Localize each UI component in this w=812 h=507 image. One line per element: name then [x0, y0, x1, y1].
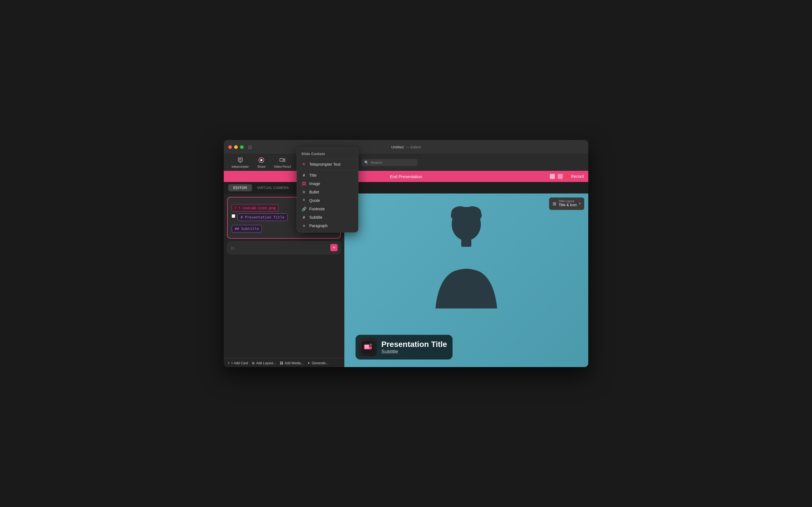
dropdown-footnote-label: Footnote [309, 207, 325, 211]
preview-area: Presentation Title Subtitle ⊞ Slide Layo… [344, 193, 588, 367]
quote-icon: ❝ [301, 198, 306, 203]
record-button[interactable]: Record [566, 174, 584, 179]
add-media-button[interactable]: 🖼 Add Media... [280, 361, 303, 365]
slide-layout-label: Slide Layout [559, 200, 577, 203]
presentation-subtitle: Subtitle [381, 349, 447, 355]
close-button[interactable] [228, 145, 232, 149]
end-bar-buttons: Record [550, 174, 584, 179]
layout-icon: ⊞ [553, 201, 556, 207]
image-pill[interactable]: ! ! cuecam-icon.png [232, 204, 279, 212]
dropdown-item-paragraph[interactable]: ≡ Paragraph [297, 222, 358, 230]
svg-rect-3 [280, 158, 283, 161]
sidebar-toggle[interactable]: ⊡ [248, 145, 252, 150]
slide-layout-button[interactable]: ⊞ Slide Layout Title & Icon ▾ [549, 198, 584, 210]
chevron-down-icon: ▾ [579, 202, 581, 206]
toolbar-shoot[interactable]: Shoot [254, 155, 269, 170]
dropdown-item-title[interactable]: # Title [297, 171, 358, 179]
record-icon [566, 174, 570, 178]
dropdown-item-quote[interactable]: ❝ Quote [297, 196, 358, 205]
minimize-button[interactable] [234, 145, 238, 149]
generate-icon: ✦ [307, 361, 310, 365]
dropdown-menu: Slide Content 👁 Teleprompter Text # Titl… [297, 148, 358, 232]
tab-editor[interactable]: EDITOR [228, 184, 252, 191]
toolbar: teleprompter Shoot Video Pencil [224, 155, 588, 171]
record-label: Record [571, 174, 584, 179]
generate-button[interactable]: ✦ Generate... [307, 361, 328, 365]
preview-video: Presentation Title Subtitle ⊞ Slide Layo… [344, 193, 588, 367]
add-media-label: Add Media... [285, 361, 303, 365]
shoot-icon [258, 157, 265, 164]
slide-layout-value: Title & Icon [559, 203, 577, 208]
image-pill-icon: ! [235, 206, 237, 210]
add-card-icon: + [228, 361, 230, 365]
title-pill[interactable]: # Presentation Title [237, 213, 288, 221]
view-tabs: EDITOR VIRTUAL CAMERA [224, 182, 588, 193]
dropdown-image-label: Image [309, 181, 320, 186]
toolbar-video-pencil[interactable]: Video Pencil [271, 155, 294, 170]
add-card-button[interactable]: + + Add Card [228, 361, 248, 365]
video-pencil-label: Video Pencil [274, 165, 291, 168]
svg-rect-16 [365, 348, 369, 349]
svg-rect-15 [365, 347, 369, 347]
pause-square[interactable] [558, 174, 563, 179]
svg-point-18 [370, 344, 371, 346]
end-presentation-bar: End Presentation Record [224, 171, 588, 182]
dropdown-item-teleprompter[interactable]: 👁 Teleprompter Text [297, 160, 358, 169]
add-media-icon: 🖼 [280, 361, 283, 365]
slide-layout-text: Slide Layout Title & Icon [559, 200, 577, 208]
card-2-add-button[interactable]: + [330, 244, 338, 251]
play-icon: ▷ [231, 246, 234, 250]
search-box[interactable]: 🔍 [361, 159, 417, 166]
svg-point-2 [260, 159, 262, 161]
sidebar-footer: + + Add Card ⊞ Add Layout... 🖼 Add Media… [224, 358, 344, 367]
add-layout-button[interactable]: ⊞ Add Layout... [252, 361, 276, 365]
dropdown-item-subtitle[interactable]: # Subtitle [297, 213, 358, 222]
generate-label: Generate... [311, 361, 328, 365]
stop-square[interactable] [550, 174, 555, 179]
paragraph-icon: ≡ [301, 224, 306, 228]
fullscreen-button[interactable] [240, 145, 244, 149]
add-layout-icon: ⊞ [252, 361, 254, 365]
search-icon: 🔍 [364, 160, 369, 165]
dropdown-item-footnote[interactable]: 🔗 Footnote [297, 205, 358, 213]
image-pill-label: ! cuecam-icon.png [238, 206, 276, 210]
end-presentation-label: End Presentation [390, 174, 422, 179]
dropdown-header: Slide Content [297, 150, 358, 159]
eye-icon: 👁 [301, 162, 306, 167]
title-bar: ⊡ Untitled — Edited [224, 140, 588, 155]
dropdown-subtitle-label: Subtitle [309, 215, 323, 220]
bullet-icon: ✳ [301, 190, 306, 194]
mac-window: ⊡ Untitled — Edited teleprompter [224, 140, 588, 367]
window-subtitle: — Edited [406, 145, 421, 149]
dropdown-title-label: Title [309, 173, 316, 177]
traffic-lights [228, 145, 244, 149]
person-silhouette [427, 202, 506, 308]
add-layout-label: Add Layout... [256, 361, 276, 365]
title-text: Presentation Title Subtitle [381, 340, 447, 355]
slide-card-2: ▷ + [227, 241, 341, 255]
dropdown-separator-1 [297, 170, 358, 170]
app-icon [359, 338, 377, 356]
teleprompter-icon [237, 157, 243, 164]
dropdown-teleprompter-label: Teleprompter Text [309, 162, 340, 167]
subtitle-pill[interactable]: ## Subtitle [232, 225, 262, 232]
main-layout: + ! ! cuecam-icon.png # Presentation Tit… [224, 193, 588, 367]
title-overlay: Presentation Title Subtitle [355, 335, 453, 359]
hash-icon: # [301, 173, 306, 177]
teleprompter-label: teleprompter [232, 165, 249, 168]
dropdown-paragraph-label: Paragraph [309, 224, 328, 228]
title-checkbox[interactable] [232, 214, 235, 218]
dropdown-item-bullet[interactable]: ✳ Bullet [297, 188, 358, 196]
title-pill-label: # Presentation Title [241, 215, 285, 219]
window-title: Untitled [391, 145, 403, 149]
dropdown-bullet-label: Bullet [309, 190, 319, 194]
footnote-icon: 🔗 [301, 207, 306, 211]
tab-virtual-camera[interactable]: VIRTUAL CAMERA [252, 184, 294, 191]
toolbar-teleprompter[interactable]: teleprompter [228, 155, 252, 170]
svg-rect-11 [461, 238, 471, 247]
add-card-label: + Add Card [231, 361, 248, 365]
dropdown-item-image[interactable]: 🖼 Image [297, 179, 358, 188]
subtitle-hash-icon: # [301, 215, 306, 220]
search-input[interactable] [370, 160, 415, 165]
subtitle-pill-label: ## Subtitle [235, 227, 259, 231]
